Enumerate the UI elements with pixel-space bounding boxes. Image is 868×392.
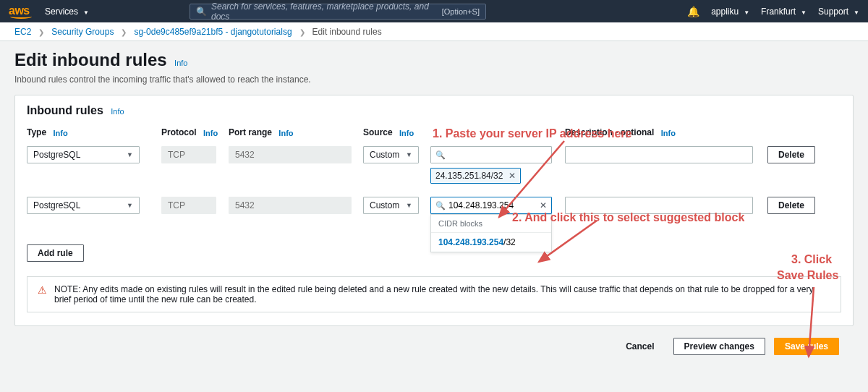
- region-menu[interactable]: Frankfurt: [761, 7, 807, 17]
- search-placeholder: Search for services, features, marketpla…: [211, 1, 442, 22]
- source-mode-select[interactable]: Custom▼: [363, 197, 419, 214]
- chevron-right-icon: ❯: [121, 28, 127, 36]
- page-subtitle: Inbound rules control the incoming traff…: [14, 74, 854, 85]
- notifications-icon[interactable]: 🔔: [687, 6, 699, 17]
- port-field: 5432: [229, 197, 352, 214]
- rule-row: PostgreSQL▼ TCP 5432 Custom▼ 🔍 24.135.25…: [27, 146, 841, 184]
- account-menu[interactable]: appliku: [711, 7, 749, 17]
- col-type: Type: [27, 127, 46, 137]
- page-title: Edit inbound rules: [14, 50, 167, 70]
- add-rule-button[interactable]: Add rule: [27, 244, 84, 262]
- info-link[interactable]: Info: [278, 129, 293, 137]
- chevron-down-icon: ▼: [127, 151, 133, 158]
- cancel-button[interactable]: Cancel: [616, 338, 664, 355]
- inbound-rules-panel: Inbound rules Info Type Info Protocol In…: [14, 95, 854, 326]
- panel-title: Inbound rules: [27, 104, 103, 117]
- col-description: Description - optional: [565, 127, 654, 137]
- col-port: Port range: [229, 127, 272, 137]
- cidr-suggestion-item[interactable]: 104.248.193.254/32: [431, 232, 551, 252]
- rule-row: PostgreSQL▼ TCP 5432 Custom▼ 🔍 ✕ CIDR bl…: [27, 197, 841, 214]
- source-search[interactable]: 🔍: [430, 146, 552, 163]
- source-mode-select[interactable]: Custom▼: [363, 146, 419, 163]
- protocol-field: TCP: [161, 146, 216, 163]
- chevron-down-icon: ▼: [127, 202, 133, 209]
- save-rules-button[interactable]: Save rules: [774, 338, 839, 355]
- warning-icon: ⚠: [38, 284, 47, 296]
- info-link[interactable]: Info: [53, 129, 67, 137]
- delete-button[interactable]: Delete: [767, 146, 815, 163]
- source-search-input[interactable]: [448, 200, 540, 210]
- crumb-sg-id[interactable]: sg-0de9c485ef9a21bf5 - djangotutorialsg: [134, 27, 292, 37]
- warning-note: ⚠ NOTE: Any edits made on existing rules…: [27, 276, 841, 312]
- col-source: Source: [363, 127, 393, 137]
- global-search[interactable]: 🔍 Search for services, features, marketp…: [190, 4, 486, 20]
- breadcrumb: EC2 ❯ Security Groups ❯ sg-0de9c485ef9a2…: [0, 22, 868, 37]
- search-shortcut: [Option+S]: [442, 7, 480, 16]
- services-menu[interactable]: Services: [45, 7, 89, 17]
- info-link[interactable]: Info: [399, 129, 414, 137]
- info-link[interactable]: Info: [661, 129, 676, 137]
- remove-chip-icon[interactable]: ✕: [509, 171, 516, 181]
- aws-logo[interactable]: aws: [9, 4, 32, 19]
- cidr-chip[interactable]: 24.135.251.84/32 ✕: [430, 168, 521, 184]
- type-select[interactable]: PostgreSQL▼: [27, 197, 140, 214]
- chevron-down-icon: ▼: [406, 202, 412, 209]
- chevron-right-icon: ❯: [299, 28, 305, 36]
- preview-changes-button[interactable]: Preview changes: [673, 338, 765, 355]
- action-footer: Cancel Preview changes Save rules: [0, 326, 868, 355]
- description-input[interactable]: [565, 146, 753, 163]
- crumb-current: Edit inbound rules: [312, 27, 382, 37]
- search-icon: 🔍: [435, 201, 446, 210]
- col-protocol: Protocol: [161, 127, 197, 137]
- port-field: 5432: [229, 146, 352, 163]
- search-icon: 🔍: [435, 150, 446, 160]
- description-input[interactable]: [565, 197, 753, 214]
- info-link[interactable]: Info: [203, 129, 218, 137]
- top-nav: aws Services 🔍 Search for services, feat…: [0, 0, 868, 22]
- delete-button[interactable]: Delete: [767, 197, 815, 214]
- type-select[interactable]: PostgreSQL▼: [27, 146, 140, 163]
- info-link[interactable]: Info: [111, 107, 124, 116]
- source-search[interactable]: 🔍 ✕: [430, 197, 552, 214]
- dropdown-heading: CIDR blocks: [431, 215, 551, 232]
- cidr-suggestion-dropdown: CIDR blocks 104.248.193.254/32: [430, 214, 552, 252]
- crumb-ec2[interactable]: EC2: [14, 27, 31, 37]
- chevron-down-icon: ▼: [406, 151, 412, 158]
- source-search-input[interactable]: [448, 150, 547, 160]
- clear-icon[interactable]: ✕: [540, 200, 547, 210]
- crumb-security-groups[interactable]: Security Groups: [51, 27, 114, 37]
- search-icon: 🔍: [196, 7, 207, 17]
- chevron-right-icon: ❯: [38, 28, 44, 36]
- info-link[interactable]: Info: [174, 59, 187, 67]
- protocol-field: TCP: [161, 197, 216, 214]
- support-menu[interactable]: Support: [818, 7, 859, 17]
